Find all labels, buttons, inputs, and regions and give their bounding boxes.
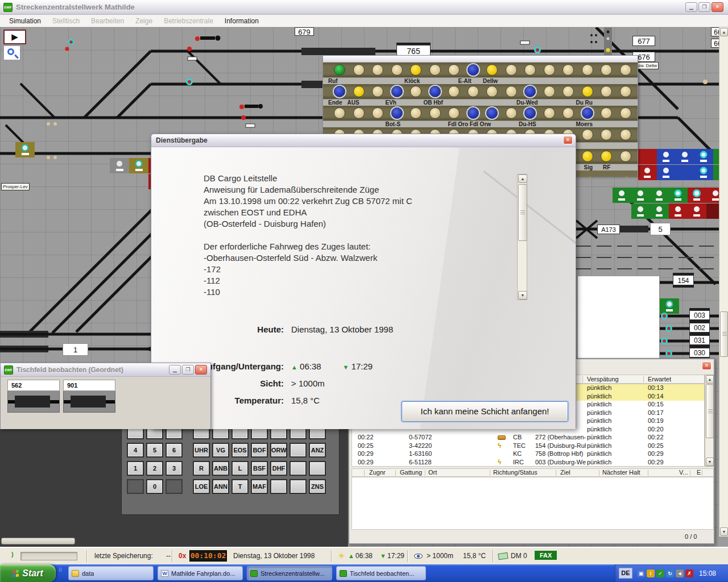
column-header[interactable]: Zugnr [369,469,386,476]
track-widget[interactable]: 562 [7,380,60,413]
keypad-key[interactable]: BSF [251,461,268,476]
panel-button[interactable] [353,64,365,76]
panel-button[interactable] [334,64,345,76]
scroll-down-icon[interactable]: ▼ [720,527,728,536]
keypad-key[interactable]: 5 [146,443,163,458]
keypad-key[interactable]: ANZ [309,443,326,458]
panel-button[interactable] [334,86,345,97]
maximize-button[interactable]: ❐ [182,365,194,375]
keypad-key[interactable]: 1 [127,461,144,476]
keypad-key[interactable]: UHR [193,443,210,458]
panel-button[interactable] [524,86,536,97]
panel-button[interactable] [506,107,517,119]
panel-button[interactable] [468,86,479,97]
panel-button[interactable] [620,129,631,140]
update-icon[interactable]: ↻ [666,569,674,577]
taskbar-button[interactable]: data [68,566,154,580]
security-ok-icon[interactable]: ✓ [656,569,664,577]
keypad-key[interactable]: 0 [146,479,163,494]
scroll-up-icon[interactable]: ▲ [706,375,714,384]
panel-button[interactable] [372,86,383,97]
panel-button[interactable] [372,64,383,76]
panel-button[interactable] [582,151,593,162]
keypad-key[interactable]: R [193,461,210,476]
keypad-key[interactable]: 4 [127,443,144,458]
panel-button[interactable] [562,64,574,76]
panel-button[interactable] [486,107,498,119]
maximize-button[interactable]: ❐ [698,2,710,12]
panel-button[interactable] [334,107,345,119]
keypad-key[interactable]: EOS [231,443,249,458]
warning-icon[interactable]: ! [647,569,655,577]
panel-button[interactable] [429,86,441,97]
keypad-key[interactable]: ANN [212,479,229,494]
panel-button[interactable] [486,64,498,76]
column-header[interactable]: E [697,469,701,476]
panel-button[interactable] [524,107,536,119]
panel-button[interactable] [620,107,631,119]
panel-button[interactable] [506,86,517,97]
keypad-key[interactable]: T [231,479,249,494]
panel-button[interactable] [601,107,612,119]
column-header[interactable]: Gattung [400,469,422,476]
panel-button[interactable] [448,86,460,97]
keypad-key[interactable] [166,479,183,494]
start-shift-button[interactable]: Ich kann meine Schicht anfangen! [402,401,568,422]
start-button[interactable]: Start [0,564,56,582]
hscrollbar-thumb[interactable] [1,538,75,544]
column-header[interactable]: Richtung/Status [493,469,537,476]
dialog-scrollbar[interactable]: ▲ ▼ [517,174,527,300]
taskbar-button[interactable]: Streckenzentralstellw... [247,566,332,580]
panel-button[interactable] [391,64,403,76]
keypad-key[interactable]: 3 [166,461,183,476]
volume-icon[interactable]: ◄ [676,569,684,577]
panel-button[interactable] [601,151,612,162]
panel-button[interactable] [391,86,403,97]
train-list-scrollbar[interactable]: ▲ ▼ [705,375,714,467]
panel-button[interactable] [353,86,365,97]
panel-button[interactable] [582,107,593,119]
play-button[interactable]: ▶ [3,30,26,44]
close-button[interactable]: ✕ [712,2,723,12]
panel-button[interactable] [429,64,441,76]
panel-button[interactable] [544,86,555,97]
menu-item-simulation[interactable]: Simulation [3,16,47,26]
column-header-delay[interactable]: Verspätung [587,376,619,383]
window-titlebar[interactable]: EWF Streckenzentralstellwerk Mathilde ▁ … [0,0,728,15]
panel-button[interactable] [353,107,365,119]
keypad-key[interactable]: DHF [270,461,287,476]
scroll-up-icon[interactable]: ▲ [720,28,728,36]
keypad-key[interactable] [270,479,287,494]
scrollbar-thumb[interactable] [706,384,714,438]
panel-button[interactable] [544,64,555,76]
train-row[interactable]: 00:291-63160KC758 (Bottrop Hbf)pünktlich… [352,450,704,459]
panel-button[interactable] [410,86,421,97]
panel-button[interactable] [410,107,421,119]
panel-button[interactable] [410,64,421,76]
train-row[interactable]: 00:296-51128ϟIRC003 (Duisburg-Wepünktlic… [352,459,704,467]
close-icon[interactable]: ✕ [195,365,207,375]
keypad-key[interactable]: ORW [270,443,287,458]
column-header[interactable]: Ort [428,469,437,476]
column-header[interactable]: Ziel [560,469,570,476]
menu-item-bearbeiten[interactable]: Bearbeiten [85,16,130,26]
scrollbar-thumb[interactable] [720,311,728,357]
menu-item-zeige[interactable]: Zeige [130,16,158,26]
keypad-key[interactable]: LOE [193,479,210,494]
keypad-key[interactable]: ZNS [309,479,326,494]
tischfeld-titlebar[interactable]: EWF Tischfeld beobachten (Geordnet) ▁ ❐ … [1,363,210,377]
language-indicator[interactable]: DE [619,568,632,579]
track-diagram[interactable]: 679765668677676665664A173515400300203103… [0,27,728,547]
panel-button[interactable] [429,107,441,119]
keypad-key[interactable]: L [231,461,249,476]
panel-button[interactable] [601,64,612,76]
panel-button[interactable] [524,64,536,76]
train-row[interactable]: 00:253-42220ϟTEC154 (Duisburg-Ruhpünktli… [352,442,704,451]
panel-button[interactable] [562,86,574,97]
keypad-key[interactable]: VG [212,443,229,458]
minimize-button[interactable]: ▁ [169,365,181,375]
panel-button[interactable] [506,64,517,76]
keypad-key[interactable]: ANB [212,461,229,476]
menu-item-information[interactable]: Information [219,16,264,26]
panel-button[interactable] [468,64,479,76]
